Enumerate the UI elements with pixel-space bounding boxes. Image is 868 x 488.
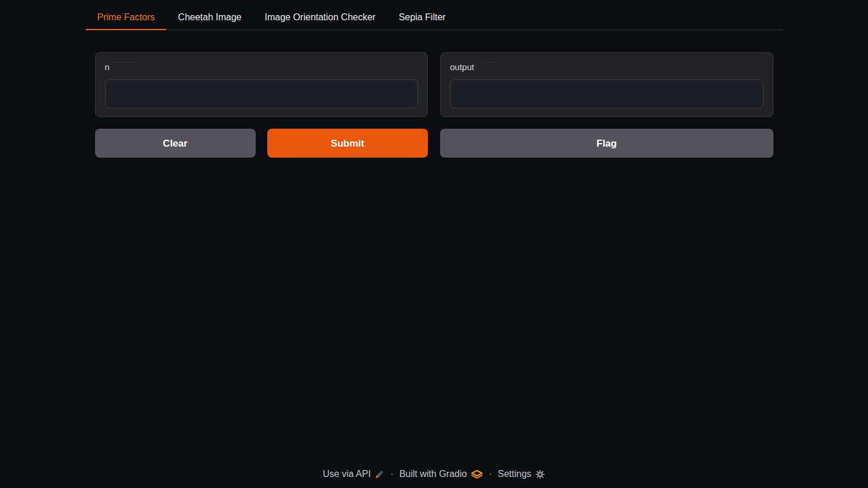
io-row: n Clear Submit output xyxy=(95,52,773,158)
submit-button[interactable]: Submit xyxy=(267,129,428,158)
use-via-api-link[interactable]: Use via API xyxy=(323,469,385,479)
input-label: n xyxy=(105,62,419,72)
output-label-text: output xyxy=(450,62,474,72)
footer-separator: · xyxy=(390,469,393,479)
tab-content-prime-factors: n Clear Submit output xyxy=(86,30,783,158)
tab-prime-factors[interactable]: Prime Factors xyxy=(86,6,167,30)
flag-button[interactable]: Flag xyxy=(440,129,773,158)
use-via-api-label: Use via API xyxy=(323,469,371,479)
settings-link[interactable]: Settings xyxy=(498,469,546,479)
footer-separator: · xyxy=(489,469,492,479)
label-underline-artifact xyxy=(112,62,139,63)
rocket-icon xyxy=(375,469,384,479)
output-card: output xyxy=(440,52,773,117)
gradio-app: Prime Factors Cheetah Image Image Orient… xyxy=(86,0,783,463)
tab-sepia-filter[interactable]: Sepia Filter xyxy=(387,6,457,30)
output-label: output xyxy=(450,62,764,72)
footer: Use via API · Built with Gradio · Settin… xyxy=(0,463,868,488)
tab-cheetah-image[interactable]: Cheetah Image xyxy=(166,6,253,30)
gradio-logo-icon xyxy=(471,469,483,479)
tab-image-orientation-checker[interactable]: Image Orientation Checker xyxy=(253,6,387,30)
n-input[interactable] xyxy=(105,79,419,108)
output-column: output Flag xyxy=(440,52,773,158)
tab-bar: Prime Factors Cheetah Image Image Orient… xyxy=(86,0,783,30)
clear-button[interactable]: Clear xyxy=(95,129,256,158)
flag-button-row: Flag xyxy=(440,129,773,158)
output-field[interactable] xyxy=(450,79,764,108)
built-with-gradio-link[interactable]: Built with Gradio xyxy=(400,469,484,479)
input-card: n xyxy=(95,52,428,117)
label-underline-artifact xyxy=(481,62,500,63)
gear-icon xyxy=(535,469,545,479)
input-column: n Clear Submit xyxy=(95,52,428,158)
input-label-text: n xyxy=(105,62,110,72)
settings-label: Settings xyxy=(498,469,532,479)
built-with-gradio-label: Built with Gradio xyxy=(400,469,467,479)
action-button-row: Clear Submit xyxy=(95,129,428,158)
